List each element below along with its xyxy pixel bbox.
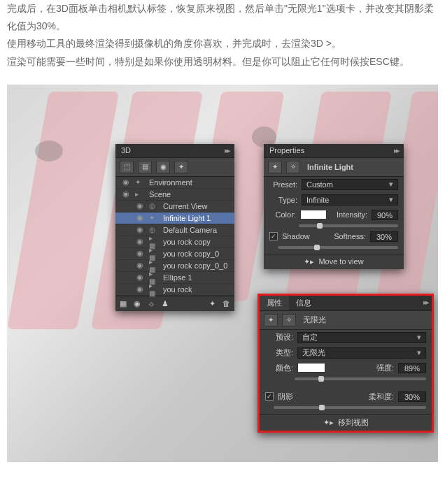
tab-properties[interactable]: 属性 [260, 296, 289, 310]
user-icon[interactable]: ♟ [162, 299, 169, 308]
preset-label: Preset: [269, 180, 297, 189]
properties-en-header: ✦ ✧ Infinite Light [264, 158, 404, 177]
move-to-view-button-cn[interactable]: 移到视图 [338, 417, 369, 428]
tree-mesh-ellipse-1[interactable]: ◉ ▸ ▦ Ellipse 1 [115, 272, 234, 284]
shadow-checkbox-cn[interactable]: ✓ [265, 392, 274, 401]
softness-value[interactable]: 30% [370, 231, 398, 242]
panel-collapse-icon[interactable]: ▸▸ [225, 146, 229, 155]
visibility-icon[interactable]: ◉ [135, 273, 145, 282]
intensity-slider-row-cn [260, 375, 432, 382]
move-to-view-icon-cn[interactable]: ✦▸ [323, 418, 334, 427]
softness-value-cn[interactable]: 30% [398, 391, 426, 402]
tree-environment[interactable]: ◉ ✦ Environment [115, 177, 234, 189]
filter-material-icon[interactable]: ◉ [156, 161, 170, 173]
tree-scene[interactable]: ◉ ▸ Scene [115, 189, 234, 201]
scene-icon: ▸ [135, 190, 145, 198]
preset-label-cn: 预设: [265, 332, 293, 343]
panel-properties-en-title: Properties ▸▸ [264, 144, 404, 158]
slider-thumb[interactable] [318, 376, 324, 382]
new-mesh-icon[interactable]: ▦ [120, 299, 127, 308]
shadow-row: ✓ Shadow Softness: 30% [264, 229, 404, 244]
camera-icon: ◎ [149, 226, 159, 233]
visibility-icon[interactable]: ◉ [135, 249, 145, 258]
properties-en-heading: Infinite Light [307, 163, 353, 171]
tree-mesh-you-rock-copy-0-0[interactable]: ◉ ▸ ▦ you rock copy_0_0 [115, 260, 234, 272]
type-value: Infinite [306, 196, 329, 204]
chevron-down-icon [417, 333, 421, 342]
type-row-cn: 类型: 无限光 [260, 345, 432, 361]
panel-collapse-icon[interactable]: ▸▸ [419, 296, 432, 310]
color-swatch[interactable] [300, 210, 327, 219]
slider-thumb[interactable] [319, 405, 325, 410]
visibility-icon[interactable]: ◉ [135, 213, 145, 222]
slider-thumb[interactable] [314, 245, 320, 250]
tree-mesh-you-rock-copy-0[interactable]: ◉ ▸ ▦ you rock copy_0 [115, 248, 234, 260]
move-to-view-row: ✦▸ Move to view [264, 254, 404, 269]
tree-current-view[interactable]: ◉ ◎ Current View [115, 201, 234, 213]
properties-cn-tabs: 属性 信息 ▸▸ [260, 296, 432, 311]
color-swatch-cn[interactable] [297, 363, 325, 373]
environment-icon: ✦ [135, 178, 145, 186]
visibility-icon[interactable]: ◉ [121, 189, 131, 199]
softness-slider-row-cn [260, 404, 432, 411]
tree-mesh-you-rock-copy[interactable]: ◉ ▸ ▦ you rock copy [115, 236, 234, 248]
intensity-slider[interactable] [299, 224, 398, 227]
tree-default-camera[interactable]: ◉ ◎ Default Camera [115, 224, 234, 236]
panel-collapse-icon[interactable]: ▸▸ [394, 146, 398, 155]
type-label: Type: [269, 196, 297, 204]
intensity-value[interactable]: 90% [372, 210, 398, 220]
shadow-label-cn: 阴影 [278, 391, 293, 402]
shadow-checkbox[interactable]: ✓ [269, 232, 278, 240]
panel-properties-en[interactable]: Properties ▸▸ ✦ ✧ Infinite Light Preset:… [264, 144, 404, 269]
tree-label: Default Camera [163, 226, 217, 234]
color-row: Color: Intensity: 90% [264, 208, 404, 222]
preset-row: Preset: Custom [264, 177, 404, 192]
preset-row-cn: 预设: 自定 [260, 330, 432, 345]
softness-slider[interactable] [278, 246, 398, 249]
preset-select[interactable]: Custom [302, 179, 398, 190]
preset-value: Custom [306, 180, 333, 189]
visibility-icon[interactable]: ◉ [121, 178, 131, 187]
camera-icon: ◎ [149, 202, 159, 210]
move-to-view-button[interactable]: Move to view [318, 257, 363, 266]
slider-thumb[interactable] [317, 223, 323, 229]
render-icon[interactable]: ◉ [134, 299, 141, 308]
preset-select-cn[interactable]: 自定 [297, 332, 426, 343]
delete-icon[interactable]: 🗑 [222, 299, 230, 308]
tree-label: you rock copy_0 [163, 250, 219, 258]
filter-light-icon[interactable]: ✦ [174, 161, 188, 173]
intensity-value-cn[interactable]: 89% [398, 363, 426, 373]
light-icon[interactable]: ☼ [148, 299, 155, 308]
filter-mesh-icon[interactable]: ▤ [138, 161, 152, 173]
tab-info[interactable]: 信息 [289, 296, 318, 310]
visibility-icon[interactable]: ◉ [135, 261, 145, 270]
light-icon: ✦ [149, 214, 159, 222]
shadow-label: Shadow [282, 232, 310, 240]
move-to-view-icon[interactable]: ✦▸ [304, 257, 314, 266]
tree-infinite-light-1[interactable]: ◉ ✦ Infinite Light 1 [115, 213, 234, 224]
intensity-label: Intensity: [331, 210, 367, 219]
coord-icon: ✧ [282, 314, 296, 326]
softness-slider-cn[interactable] [274, 406, 426, 409]
intensity-slider-row [264, 222, 404, 229]
paragraph-1: 完成后，在3D面板单击相机默认标签，恢复原来视图，然后单击"无限光1"选项卡，并… [7, 0, 438, 35]
tree-mesh-you-rock[interactable]: ◉ ▸ ▦ you rock [115, 284, 234, 296]
type-select[interactable]: Infinite [302, 194, 398, 206]
intensity-slider-cn[interactable] [295, 377, 426, 380]
softness-label: Softness: [334, 232, 366, 240]
tree-label: Ellipse 1 [163, 273, 192, 282]
filter-scene-icon[interactable]: ⬚ [120, 161, 134, 173]
panel-3d-bottom-toolbar: ▦ ◉ ☼ ♟ ✦ 🗑 [115, 296, 234, 311]
visibility-icon[interactable]: ◉ [135, 201, 145, 210]
tree-label: you rock copy [163, 238, 211, 246]
chevron-down-icon [417, 348, 421, 357]
add-icon[interactable]: ✦ [209, 299, 216, 308]
visibility-icon[interactable]: ◉ [135, 225, 145, 234]
panel-3d[interactable]: 3D ▸▸ ⬚ ▤ ◉ ✦ ◉ ✦ Environment ◉ ▸ Scene … [115, 144, 234, 311]
visibility-icon[interactable]: ◉ [135, 285, 145, 294]
tree-label: Environment [149, 178, 192, 187]
type-select-cn[interactable]: 无限光 [297, 347, 426, 359]
tree-label: Infinite Light 1 [163, 214, 211, 222]
panel-properties-cn[interactable]: 属性 信息 ▸▸ ✦ ✧ 无限光 预设: 自定 类型: 无限光 颜色: [257, 294, 434, 433]
visibility-icon[interactable]: ◉ [135, 237, 145, 246]
